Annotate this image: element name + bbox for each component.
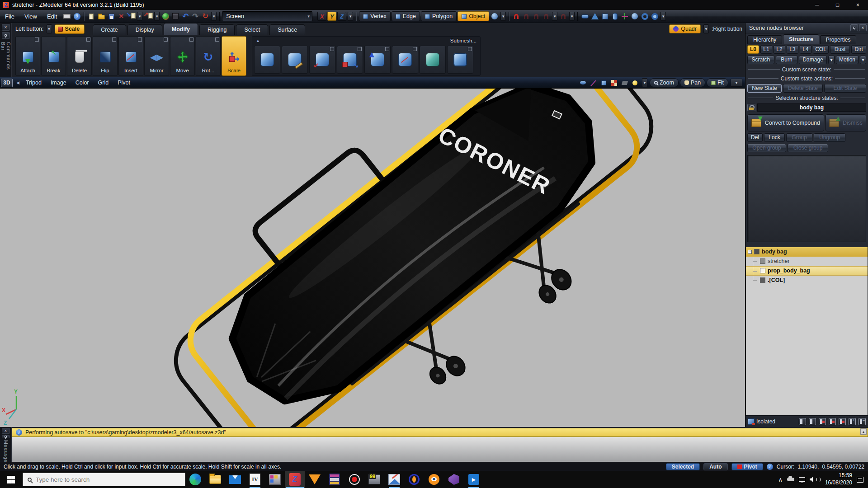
snap-dropdown-2-icon[interactable]: ▼ [569, 12, 575, 21]
mode-vertex-button[interactable]: Vertex [359, 11, 390, 21]
taskbar-fps-monitor-icon[interactable]: 99 [364, 471, 384, 488]
taskbar-paint-icon[interactable] [384, 471, 404, 488]
pin-icon[interactable] [2, 435, 10, 438]
quadr-dropdown-icon[interactable]: ▼ [703, 24, 709, 33]
pivot-button[interactable]: Pivot [731, 463, 763, 470]
chevron-left-icon[interactable]: ◀ [14, 80, 21, 85]
taskbar-iv-app-icon[interactable]: IV [245, 471, 265, 488]
taskbar-media-player-icon[interactable]: ▶ [464, 471, 484, 488]
save-icon[interactable] [106, 11, 116, 21]
volume-icon[interactable] [810, 477, 821, 483]
snap-magnet-2-icon[interactable] [521, 11, 531, 21]
undo-icon[interactable]: ↶ [180, 11, 190, 21]
tab-surface[interactable]: Surface [269, 24, 305, 35]
convert-to-compound-button[interactable]: ▼ Convert to Compound [747, 114, 824, 131]
primitive-torus-icon[interactable] [640, 11, 650, 21]
tool-break[interactable]: ↖Break [41, 36, 66, 76]
tool-move[interactable]: Move [170, 36, 195, 76]
primitive-slab-icon[interactable] [580, 11, 590, 21]
pin-icon[interactable] [850, 24, 858, 31]
collapse-all-icon[interactable] [859, 418, 866, 425]
mode-edge-button[interactable]: Edge [392, 11, 420, 21]
tab-structure[interactable]: Structure [783, 34, 819, 44]
left-button-dropdown-icon[interactable]: ▼ [47, 24, 52, 33]
selected-button[interactable]: Selected [666, 463, 700, 470]
viewport-menu-color[interactable]: Color [71, 80, 94, 86]
uv-checker-icon[interactable] [610, 79, 619, 87]
taskbar-edge-icon[interactable] [185, 471, 205, 488]
layer-l4-button[interactable]: L4 [800, 45, 811, 54]
submesh-pen-button[interactable]: ／ [392, 46, 418, 74]
tree-view-icon-1[interactable] [799, 418, 806, 425]
axis-y-button[interactable]: Y [327, 12, 336, 21]
pin-icon[interactable] [2, 32, 10, 39]
redo-icon[interactable]: ↷ [190, 11, 200, 21]
taskbar-mail-icon[interactable] [225, 471, 245, 488]
primitive-sphere-icon[interactable] [630, 11, 640, 21]
minimize-button[interactable]: ─ [807, 0, 827, 10]
visibility-checkbox[interactable] [760, 277, 765, 283]
layer-col-button[interactable]: COL [813, 45, 829, 54]
visibility-checkbox[interactable] [754, 249, 760, 254]
search-input[interactable] [36, 476, 162, 483]
taskbar-video-editor-icon[interactable] [265, 471, 285, 488]
dismiss-button[interactable]: ▲ Dismiss [826, 114, 866, 131]
motion-dropdown-icon[interactable]: ▾ [860, 56, 866, 64]
submesh-grid-button[interactable] [447, 46, 473, 74]
tree-view-icon-5[interactable] [839, 418, 846, 425]
tree-view-icon-3[interactable] [819, 418, 826, 425]
pan-button[interactable]: Pan [680, 78, 705, 87]
selection-sphere-icon[interactable] [490, 11, 500, 21]
import-dropdown-icon[interactable]: ▼ [154, 12, 160, 21]
view-mode-button[interactable]: 3D [1, 79, 13, 87]
delete-file-icon[interactable]: ✕ [116, 11, 126, 21]
visibility-checkbox[interactable] [760, 258, 765, 264]
fit-button[interactable]: Fit [707, 78, 728, 87]
taskbar-fivem-icon[interactable] [305, 471, 325, 488]
snap-magnet-3-icon[interactable] [531, 11, 541, 21]
submesh-merge-button[interactable]: ↘ [337, 46, 363, 74]
damage-button[interactable]: Damage [799, 56, 827, 64]
layer-l1-button[interactable]: L1 [760, 45, 772, 54]
taskbar-clock[interactable]: 15:59 16/08/2020 [825, 472, 852, 486]
group-button[interactable]: Group [786, 133, 812, 142]
layer-dirt-button[interactable]: Dirt [851, 45, 866, 54]
start-button[interactable] [0, 471, 22, 488]
check-icon[interactable]: ✓ [767, 464, 773, 470]
snap-dropdown-icon[interactable]: ▼ [552, 12, 557, 21]
taskbar-recorder-icon[interactable] [344, 471, 364, 488]
taskbar-visual-studio-icon[interactable] [444, 471, 464, 488]
network-icon[interactable] [799, 477, 805, 482]
axis-x-button[interactable]: X [317, 12, 326, 21]
help-icon[interactable]: ? [72, 11, 82, 21]
taskbar-file-explorer-icon[interactable] [205, 471, 225, 488]
more-tools-dropdown-icon[interactable]: ▼ [211, 12, 217, 21]
submesh-brush-button[interactable] [282, 46, 308, 74]
layer-l3-button[interactable]: L3 [787, 45, 798, 54]
axis-z-button[interactable]: Z [337, 12, 346, 21]
mode-polygon-button[interactable]: Polygon [421, 11, 457, 21]
tray-chevron-icon[interactable]: ∧ [778, 476, 783, 483]
onedrive-icon[interactable] [787, 478, 794, 481]
export-icon[interactable]: ↘ [126, 11, 136, 21]
tab-modify[interactable]: Modify [164, 23, 198, 35]
delete-state-button[interactable]: Delete State [783, 84, 823, 93]
tab-properties[interactable]: Properties [820, 35, 857, 44]
viewport-menu-image[interactable]: Image [46, 80, 71, 86]
snap-magnet-4-icon[interactable] [541, 11, 551, 21]
primitive-dummy-icon[interactable] [620, 11, 630, 21]
tool-mirror[interactable]: ◀▶Mirror [144, 36, 169, 76]
tab-select[interactable]: Select [236, 24, 268, 35]
layer-dust-button[interactable]: Dust [830, 45, 850, 54]
lighting-dropdown-icon[interactable]: ▼ [642, 78, 647, 87]
snap-magnet-5-icon[interactable] [558, 11, 568, 21]
viewport-menu-tripod[interactable]: Tripod [21, 80, 46, 86]
taskbar-blender-icon[interactable] [424, 471, 444, 488]
snap-magnet-icon[interactable] [511, 11, 521, 21]
tree-row-prop-body-bag[interactable]: prop_body_bag [746, 266, 868, 276]
close-icon[interactable]: × [2, 428, 10, 434]
new-state-button[interactable]: New State [747, 84, 782, 93]
primitive-cone-icon[interactable] [590, 11, 600, 21]
layer-l2-button[interactable]: L2 [774, 45, 785, 54]
open-group-button[interactable]: Open group [747, 144, 786, 152]
